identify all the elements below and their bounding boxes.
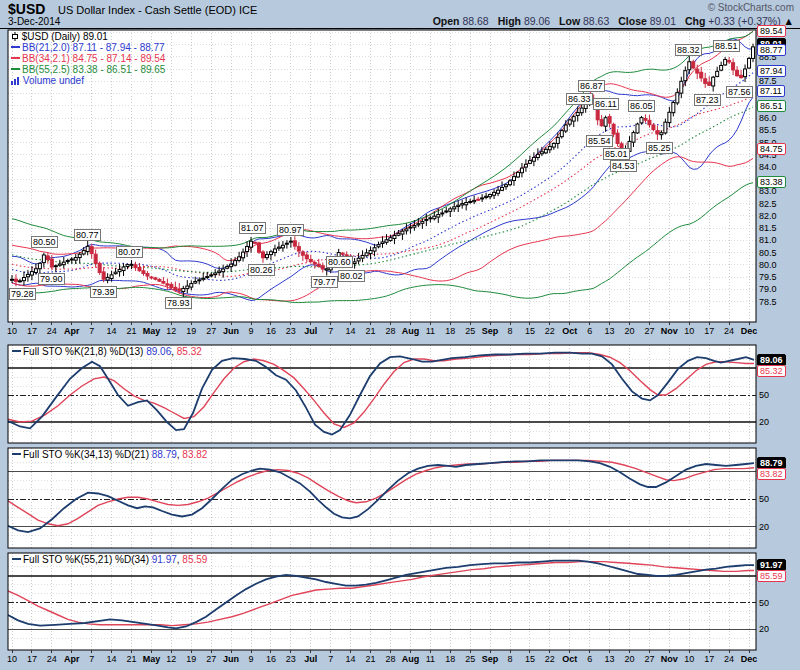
panel-d-axis-label: 85.59 [757, 570, 786, 582]
price-annotation: 84.53 [610, 160, 637, 172]
y-axis-tick: 82.5 [759, 199, 777, 209]
legend-series: $USD (Daily) 89.01 [11, 31, 165, 42]
copyright-text: © StockCharts.com [708, 2, 794, 13]
stockcharts-chart: $USD US Dollar Index - Cash Settle (EOD)… [0, 0, 800, 670]
panel-legend-name: Full STO %K(34,13) %D(21) [23, 449, 152, 460]
price-annotation: 88.32 [675, 44, 702, 56]
close-label: Close [618, 15, 647, 27]
line-swatch-icon [11, 68, 20, 70]
line-swatch-icon [12, 558, 21, 560]
y-axis-tick: 85.5 [759, 125, 777, 135]
close-value: 89.01 [650, 15, 676, 27]
line-swatch-icon [12, 453, 21, 455]
price-annotation: 80.77 [74, 229, 101, 241]
panel-d-value: 85.32 [177, 346, 202, 357]
low-label: Low [559, 15, 580, 27]
y-axis-tick: 79.5 [759, 272, 777, 282]
panel-axis-tick: 50 [759, 390, 769, 400]
candlestick-icon [11, 31, 19, 42]
price-annotation: 80.02 [338, 270, 365, 282]
price-annotation: 87.56 [726, 86, 753, 98]
legend-bb21: BB(21,2.0) 87.11 - 87.94 - 88.77 [11, 42, 165, 53]
price-annotation: 86.05 [628, 100, 655, 112]
panel-legend-name: Full STO %K(55,21) %D(34) [23, 554, 152, 565]
panel-legend: Full STO %K(21,8) %D(13) 89.06, 85.32 [12, 346, 202, 357]
line-swatch-icon [11, 46, 20, 48]
panel-d-axis-label: 83.82 [757, 468, 786, 480]
price-annotation: 80.07 [116, 246, 143, 258]
panel-d-value: 83.82 [182, 449, 207, 460]
price-annotation: 79.77 [311, 276, 338, 288]
legend-bb34: BB(34,2.1) 84.75 - 87.14 - 89.54 [11, 53, 165, 64]
price-annotation: 85.01 [603, 148, 630, 160]
y-axis-tick: 78.5 [759, 297, 777, 307]
price-annotation: 80.50 [31, 236, 58, 248]
panel-d-value: 85.59 [182, 554, 207, 565]
y-axis-value-label: 89.54 [757, 25, 786, 37]
high-value: 89.06 [524, 15, 550, 27]
low-value: 88.63 [583, 15, 609, 27]
y-axis-value-label: 87.11 [757, 85, 785, 97]
y-axis-value-label: 88.77 [757, 44, 786, 56]
volume-icon [11, 75, 20, 86]
panel-legend: Full STO %K(55,21) %D(34) 91.97, 85.59 [12, 554, 207, 565]
ticker-symbol: $USD [8, 1, 45, 17]
price-annotation: 85.25 [646, 142, 673, 154]
price-annotation: 79.90 [38, 273, 65, 285]
line-swatch-icon [12, 350, 21, 352]
legend-volume-label: Volume undef [23, 75, 84, 86]
legend-bb34-label: BB(34,2.1) 84.75 - 87.14 - 89.54 [22, 53, 165, 64]
price-annotation: 87.23 [694, 94, 721, 106]
main-legend: $USD (Daily) 89.01 BB(21,2.0) 87.11 - 87… [11, 31, 165, 86]
price-annotation: 80.26 [248, 264, 275, 276]
ohlc-quote: Open 88.68 High 89.06 Low 88.63 Close 89… [427, 15, 794, 27]
price-annotation: 81.07 [239, 222, 266, 234]
panel-d-axis-label: 85.32 [757, 365, 786, 377]
legend-series-label: $USD (Daily) 89.01 [22, 31, 108, 42]
x-axis-label: Dec [736, 326, 762, 336]
price-annotation: 80.97 [277, 224, 304, 236]
change-label: Chg [685, 15, 705, 27]
price-annotation: 80.60 [326, 256, 353, 268]
y-axis-tick: 80.0 [759, 260, 777, 270]
price-annotation: 86.11 [593, 98, 619, 110]
line-swatch-icon [11, 57, 20, 59]
panel-axis-tick: 50 [759, 494, 769, 504]
y-axis-tick: 79.0 [759, 284, 777, 294]
panel-legend: Full STO %K(34,13) %D(21) 88.79, 83.82 [12, 449, 207, 460]
panel-background [8, 553, 756, 650]
panel-k-value: 89.06 [146, 346, 171, 357]
panel-axis-tick: 20 [759, 522, 769, 532]
open-value: 88.68 [462, 15, 488, 27]
y-axis-tick: 80.5 [759, 248, 777, 258]
panel-axis-tick: 20 [759, 417, 769, 427]
panel-legend-name: Full STO %K(21,8) %D(13) [23, 346, 146, 357]
panel-axis-tick: 50 [759, 598, 769, 608]
y-axis-tick: 84.0 [759, 162, 777, 172]
high-label: High [498, 15, 521, 27]
y-axis-value-label: 84.75 [757, 143, 786, 155]
price-annotation: 79.28 [9, 288, 36, 300]
y-axis-tick: 81.0 [759, 235, 777, 245]
legend-bb21-label: BB(21,2.0) 87.11 - 87.94 - 88.77 [22, 42, 165, 53]
y-axis-tick: 82.0 [759, 211, 777, 221]
price-annotation: 86.87 [578, 80, 605, 92]
panel-k-value: 91.97 [152, 554, 177, 565]
y-axis-value-label: 87.94 [757, 65, 786, 77]
x-axis-label: Dec [736, 654, 762, 664]
legend-volume: Volume undef [11, 75, 165, 86]
y-axis-value-label: 83.38 [757, 176, 786, 188]
legend-bb55-label: BB(55,2.5) 83.38 - 86.51 - 89.65 [22, 64, 165, 75]
legend-bb55: BB(55,2.5) 83.38 - 86.51 - 89.65 [11, 64, 165, 75]
panel-axis-tick: 20 [759, 624, 769, 634]
price-annotation: 86.33 [566, 93, 593, 105]
panel-background [8, 345, 756, 443]
y-axis-tick: 86.0 [759, 113, 777, 123]
panel-k-value: 88.79 [152, 449, 177, 460]
price-annotation: 79.39 [90, 286, 117, 298]
price-annotation: 85.54 [586, 135, 613, 147]
page-title: US Dollar Index - Cash Settle (EOD) ICE [58, 4, 257, 16]
price-annotation: 88.51 [713, 40, 740, 52]
y-axis-value-label: 86.51 [757, 100, 786, 112]
chart-date: 3-Dec-2014 [8, 16, 60, 27]
